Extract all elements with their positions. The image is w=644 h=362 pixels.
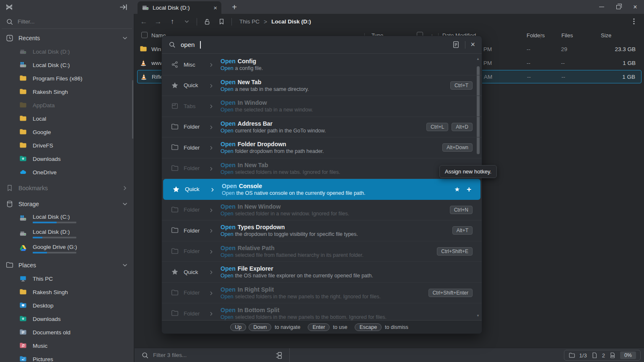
folder-icon [19,288,27,296]
sidebar-item-label: OneDrive [33,169,57,176]
flatten-hierarchy-icon[interactable] [275,352,283,359]
sidebar-section-places[interactable]: Places [0,259,134,272]
command-description: Openthe OS native console on the current… [222,190,365,196]
footer-key-escape: Escape [355,323,382,331]
sidebar-item[interactable]: Local Disk (D:) [0,226,134,241]
command-item[interactable]: FolderOpenIn Bottom SplitOpenselected fo… [162,303,482,320]
command-item[interactable]: TabsOpenIn WindowOpenthe selected tab in… [162,96,482,117]
command-item[interactable]: QuickOpenNew TabOpena new tab in the sam… [162,75,482,96]
sidebar-section-storage[interactable]: Storage [0,197,134,211]
sidebar-item[interactable]: Local Disk (C:) [0,211,134,226]
files-count: 2 [602,352,605,359]
back-icon[interactable]: ← [140,18,148,26]
folder-icon [19,128,27,136]
command-item[interactable]: QuickOpenFile ExplorerOpenthe OS native … [162,262,482,283]
command-item[interactable]: FolderOpenFolder DropdownOpenfolder drop… [162,137,482,158]
command-item[interactable]: FolderOpenTypes DropdownOpenthe dropdown… [162,220,482,241]
chevron-down-icon[interactable] [122,262,128,268]
command-item[interactable]: FolderOpenRelative PathOpenselected file… [162,241,482,262]
command-item[interactable]: MiscOpenConfigOpena config file. [162,54,482,75]
sidebar-item[interactable]: Rakesh Singh [0,85,134,98]
sidebar-item[interactable]: Google Drive (G:) [0,241,134,256]
sidebar-item[interactable]: Desktop [0,299,134,312]
select-all-checkbox[interactable] [141,32,148,38]
chevron-right-icon [210,187,215,192]
command-category: Folder [184,124,206,130]
sidebar-item[interactable]: Google [0,125,134,139]
sidebar-item[interactable]: DriveFS [0,139,134,152]
folder-outline-icon [171,227,179,234]
command-description: Openselected folders in new tabs. Ignore… [221,169,340,175]
chevron-down-icon[interactable] [122,201,128,207]
bookmark-icon[interactable] [217,18,226,26]
sidebar-filter-input[interactable]: Filter... [2,15,132,29]
breadcrumb-current[interactable]: Local Disk (D:) [271,18,311,25]
maximize-button[interactable] [612,0,625,14]
storage-usage-bar [33,237,76,238]
forward-icon[interactable]: → [154,18,162,26]
close-button[interactable]: × [629,0,641,14]
sidebar-section-recents[interactable]: Recents [0,31,134,45]
folder-icon [19,75,27,82]
sidebar-item-label: Google Drive (G:) [33,244,77,250]
sidebar-item[interactable]: Music [0,339,134,352]
breadcrumb-this-pc[interactable]: This PC [239,18,260,25]
command-title: OpenRelative Path [221,245,364,251]
sidebar-item[interactable]: Pictures [0,352,134,362]
command-item[interactable]: FolderOpenIn New TabOpenselected folders… [162,158,482,179]
command-item[interactable]: QuickOpenConsoleOpenthe OS native consol… [163,179,480,200]
chevron-down-icon[interactable] [122,35,128,41]
sidebar-section-bookmarks[interactable]: Bookmarks [0,181,134,195]
more-options-icon[interactable] [630,17,638,26]
command-search-value: open [181,41,195,48]
tab-icon [171,102,179,110]
sidebar-item[interactable]: Rakesh Singh [0,285,134,299]
chevron-right-icon[interactable] [122,185,128,191]
sidebar-item[interactable]: Local [0,112,134,125]
file-filter-input[interactable]: Filter 3 files... [135,348,290,362]
sidebar-item[interactable]: Local Disk (C:) [0,58,134,72]
unlock-icon[interactable] [203,18,211,26]
file-size: 1 GB [623,60,636,66]
sidebar-item[interactable]: Downloads [0,312,134,326]
minimize-button[interactable] [595,0,608,14]
sidebar-scrollbar[interactable] [132,80,133,139]
command-title: OpenIn New Window [221,203,349,210]
file-filter-placeholder: Filter 3 files... [153,352,271,358]
sidebar-item[interactable]: Downloads [0,152,134,165]
sidebar-item[interactable]: This PC [0,272,134,285]
command-log-icon[interactable] [452,41,460,49]
command-description: Openselected folder in a new window. Ign… [221,211,349,217]
command-search-bar[interactable]: open × [162,36,482,54]
folder-outline-icon [171,206,179,214]
command-category: Quick [184,82,206,88]
add-hotkey-icon[interactable]: + [467,185,471,194]
tab-close-icon[interactable]: × [213,5,217,11]
command-item[interactable]: FolderOpenAddress BarOpencurrent folder … [162,117,482,138]
sidebar-item[interactable]: Local Disk (D:) [0,45,134,58]
sidebar-item[interactable]: Documents old [0,326,134,339]
sidebar-item[interactable]: AppData [0,98,134,112]
command-item[interactable]: FolderOpenIn Right SplitOpenselected fol… [162,283,482,304]
command-description: Openselected file from flattened hierarc… [221,252,364,258]
favorite-star-icon[interactable]: ★ [454,186,460,193]
up-icon[interactable]: ↑ [168,18,177,26]
column-size[interactable]: Size [601,32,611,39]
folder-download-icon [19,315,27,323]
column-files[interactable]: Files [561,32,573,39]
disk-usage-icon [609,352,616,359]
new-tab-button[interactable]: + [229,2,240,13]
sidebar-collapse-icon[interactable] [119,3,128,12]
folder-music-icon [19,342,27,349]
column-folders[interactable]: Folders [527,32,545,39]
palette-close-icon[interactable]: × [470,40,475,49]
sidebar-item[interactable]: OneDrive [0,165,134,179]
sidebar-item-label: DriveFS [33,142,53,149]
history-chevron-icon[interactable] [182,18,191,26]
sidebar-item-label: Music [33,343,47,349]
sidebar-item[interactable]: Program Files (x86) [0,72,134,85]
sidebar-item-label: Local Disk (D:) [33,229,76,235]
command-item[interactable]: FolderOpenIn New WindowOpenselected fold… [162,200,482,221]
star-icon [171,268,179,276]
tab-local-disk-d[interactable]: Local Disk (D:) × [138,1,221,14]
